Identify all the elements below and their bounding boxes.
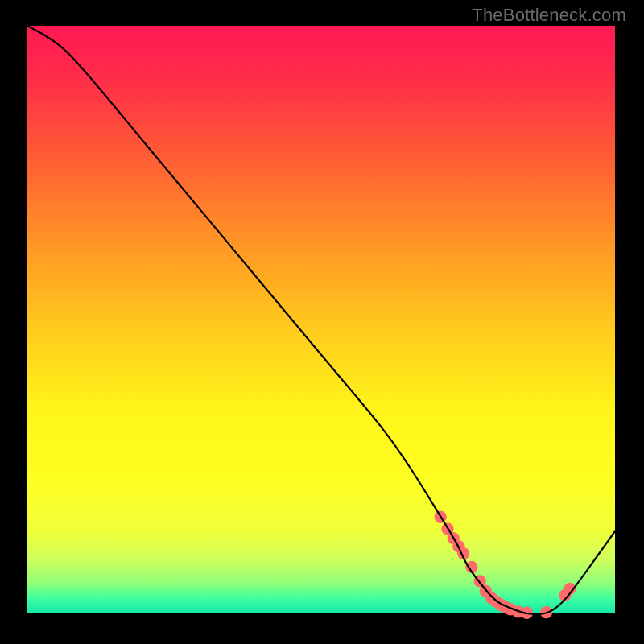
- plot-area: [27, 26, 615, 613]
- bottleneck-curve: [27, 26, 615, 614]
- curve-layer: [27, 26, 615, 613]
- marker-dots: [435, 511, 576, 619]
- watermark-label: TheBottleneck.com: [472, 5, 626, 26]
- chart-frame: TheBottleneck.com: [0, 0, 644, 644]
